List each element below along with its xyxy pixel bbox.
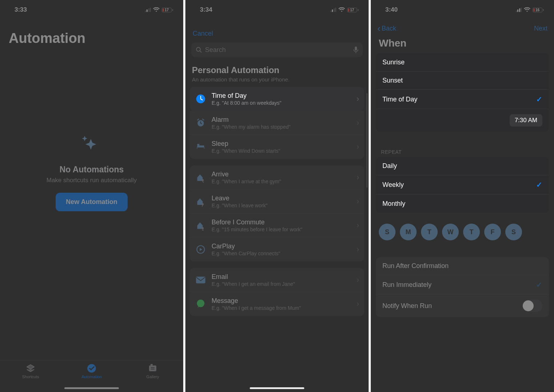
- trigger-time-of-day[interactable]: Time of Day E.g. "At 8:00 am on weekdays…: [190, 87, 364, 111]
- svg-point-10: [202, 203, 204, 205]
- day-mon[interactable]: M: [400, 224, 417, 240]
- search-placeholder: Search: [205, 46, 226, 54]
- option-label: Time of Day: [382, 96, 417, 103]
- sparkle-icon: [79, 133, 104, 158]
- option-weekly[interactable]: Weekly✓: [376, 175, 549, 195]
- time-value[interactable]: 7:30 AM: [510, 114, 542, 127]
- option-daily[interactable]: Daily: [376, 157, 549, 175]
- home-indicator[interactable]: [64, 387, 119, 389]
- day-sun[interactable]: S: [379, 224, 396, 240]
- status-time: 3:40: [385, 6, 398, 13]
- clock-icon: [195, 93, 206, 105]
- page-title: When: [371, 35, 554, 53]
- notify-toggle[interactable]: [522, 300, 542, 312]
- cancel-button[interactable]: Cancel: [193, 30, 213, 37]
- option-label: Run Immediately: [382, 281, 431, 289]
- screen-automation-empty: 3:33 17 Automation No Automations Make s…: [0, 0, 183, 392]
- empty-state: No Automations Make shortcuts run automa…: [0, 133, 183, 211]
- day-sat[interactable]: S: [505, 224, 522, 240]
- scroll-indicator[interactable]: [366, 93, 368, 188]
- next-button[interactable]: Next: [534, 25, 547, 32]
- option-time-of-day[interactable]: Time of Day✓: [376, 90, 549, 109]
- empty-heading: No Automations: [0, 165, 183, 175]
- option-label: Notify When Run: [382, 302, 432, 310]
- page-title: Automation: [0, 20, 183, 46]
- tab-gallery-label: Gallery: [146, 375, 159, 379]
- day-wed[interactable]: W: [442, 224, 459, 240]
- trigger-arrive[interactable]: ArriveE.g. "When I arrive at the gym" ›: [190, 165, 364, 189]
- trigger-alarm[interactable]: AlarmE.g. "When my alarm has stopped" ›: [190, 111, 364, 135]
- back-button[interactable]: ‹Back: [377, 25, 396, 32]
- run-options-list: Run After Confirmation Run Immediately✓ …: [376, 257, 549, 317]
- option-monthly[interactable]: Monthly: [376, 195, 549, 213]
- home-indicator[interactable]: [250, 387, 304, 389]
- trigger-sleep[interactable]: SleepE.g. "When Wind Down starts" ›: [190, 135, 364, 159]
- option-label: Sunrise: [382, 59, 405, 66]
- option-sunrise[interactable]: Sunrise: [376, 53, 549, 72]
- row-subtitle: E.g. "When I leave work": [212, 203, 352, 208]
- status-bar: 3:33 17: [0, 0, 183, 20]
- day-tue[interactable]: T: [421, 224, 438, 240]
- arrive-icon: [195, 172, 206, 183]
- svg-point-0: [87, 364, 96, 373]
- trigger-message[interactable]: MessageE.g. "When I get a message from M…: [190, 292, 364, 316]
- tab-shortcuts-label: Shortcuts: [22, 375, 39, 379]
- when-options-list: Sunrise Sunset Time of Day✓ 7:30 AM: [376, 53, 549, 132]
- option-run-after-confirmation[interactable]: Run After Confirmation: [376, 257, 549, 275]
- repeat-options-list: Daily Weekly✓ Monthly: [376, 157, 549, 213]
- row-title: Before I Commute: [212, 219, 352, 226]
- tab-gallery[interactable]: Gallery: [122, 360, 183, 392]
- screen-when-config: 3:40 16 ‹Back Next When Sunrise Sunset T…: [371, 0, 554, 392]
- gallery-icon: [147, 363, 158, 373]
- status-right: 17: [145, 7, 173, 12]
- chevron-right-icon: ›: [357, 94, 359, 104]
- search-field[interactable]: Search: [191, 43, 363, 57]
- chevron-right-icon: ›: [357, 245, 359, 254]
- new-automation-button[interactable]: New Automation: [56, 193, 127, 211]
- trigger-email[interactable]: EmailE.g. "When I get an email from Jane…: [190, 268, 364, 292]
- row-title: Alarm: [212, 116, 352, 124]
- status-time: 3:34: [200, 6, 212, 13]
- row-title: Time of Day: [212, 92, 352, 100]
- tab-shortcuts[interactable]: Shortcuts: [0, 360, 61, 392]
- weekday-selector: S M T W T F S: [371, 219, 554, 247]
- trigger-before-commute[interactable]: Before I CommuteE.g. "15 minutes before …: [190, 213, 364, 237]
- svg-rect-2: [150, 364, 153, 365]
- alarm-icon: [195, 117, 206, 129]
- day-fri[interactable]: F: [484, 224, 501, 240]
- trigger-carplay[interactable]: CarPlayE.g. "When CarPlay connects" ›: [190, 237, 364, 261]
- chevron-right-icon: ›: [357, 142, 359, 152]
- option-notify-when-run[interactable]: Notify When Run: [376, 295, 549, 317]
- day-thu[interactable]: T: [463, 224, 480, 240]
- row-subtitle: E.g. "When CarPlay connects": [212, 251, 352, 256]
- status-time: 3:33: [15, 6, 27, 13]
- section-title: Personal Automation: [192, 65, 362, 75]
- battery-level: 16: [533, 8, 542, 12]
- automation-icon: [86, 363, 97, 373]
- leave-icon: [195, 196, 206, 207]
- chevron-right-icon: ›: [357, 118, 359, 128]
- screen-trigger-picker: 3:34 17 Cancel Search Personal Automatio…: [185, 0, 369, 392]
- cellular-icon: [330, 8, 337, 12]
- option-sunset[interactable]: Sunset: [376, 72, 549, 90]
- option-label: Weekly: [382, 181, 404, 189]
- cellular-icon: [516, 8, 522, 12]
- row-title: Arrive: [212, 171, 352, 178]
- svg-rect-8: [197, 144, 199, 145]
- option-run-immediately[interactable]: Run Immediately✓: [376, 275, 549, 295]
- svg-rect-13: [196, 276, 205, 283]
- chevron-right-icon: ›: [357, 221, 359, 230]
- trigger-leave[interactable]: LeaveE.g. "When I leave work" ›: [190, 189, 364, 213]
- time-picker-row[interactable]: 7:30 AM: [376, 109, 549, 132]
- chevron-right-icon: ›: [357, 197, 359, 206]
- option-label: Sunset: [382, 77, 403, 84]
- mic-icon[interactable]: [353, 46, 358, 53]
- option-label: Run After Confirmation: [382, 262, 449, 270]
- bed-icon: [195, 141, 206, 153]
- battery-icon: 17: [162, 8, 173, 12]
- shortcuts-icon: [25, 363, 36, 373]
- battery-icon: 17: [347, 8, 358, 12]
- message-icon: [195, 298, 206, 310]
- cellular-icon: [145, 8, 151, 12]
- chevron-right-icon: ›: [357, 173, 359, 182]
